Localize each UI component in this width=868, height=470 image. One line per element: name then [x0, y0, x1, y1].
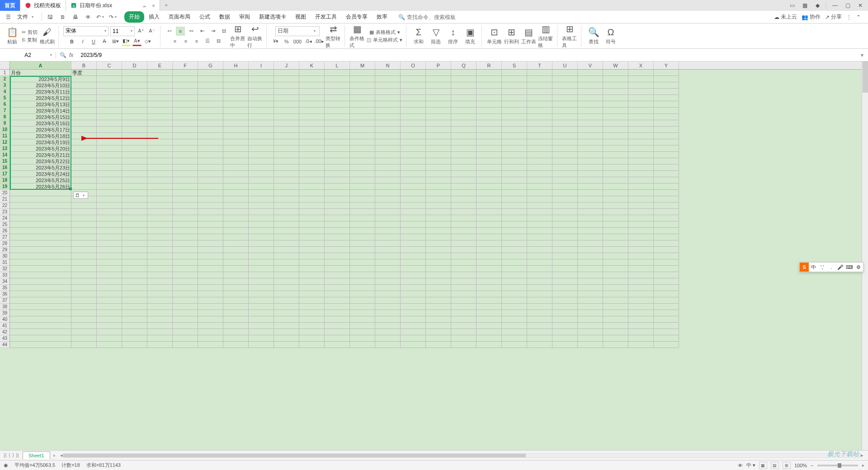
cell-O25[interactable]: [401, 221, 426, 228]
cell-I7[interactable]: [249, 108, 274, 114]
cell-Q42[interactable]: [451, 329, 476, 335]
cell-W23[interactable]: [603, 209, 628, 215]
ribbon-tab-6[interactable]: 新建选项卡: [255, 11, 291, 23]
cell-H26[interactable]: [223, 228, 249, 234]
cell-Q31[interactable]: [451, 259, 476, 266]
cell-L8[interactable]: [325, 114, 350, 120]
cell-C22[interactable]: [97, 202, 122, 209]
cell-G42[interactable]: [198, 329, 223, 335]
cell-W13[interactable]: [603, 146, 628, 152]
row-header-28[interactable]: 28: [0, 240, 10, 247]
cell-W44[interactable]: [603, 342, 628, 348]
cell-N16[interactable]: [375, 164, 401, 171]
sheet-nav-last[interactable]: ⟩|: [16, 452, 19, 458]
cell-H15[interactable]: [223, 158, 249, 164]
cell-F40[interactable]: [173, 316, 198, 323]
cell-U40[interactable]: [552, 316, 578, 323]
cell-F44[interactable]: [173, 342, 198, 348]
cell-O43[interactable]: [401, 335, 426, 342]
coop-button[interactable]: 👥协作: [802, 13, 821, 21]
cell-W14[interactable]: [603, 152, 628, 158]
cell-L40[interactable]: [325, 316, 350, 323]
cell-G22[interactable]: [198, 202, 223, 209]
cell-L37[interactable]: [325, 297, 350, 304]
cell-E20[interactable]: [147, 190, 173, 196]
cell-I34[interactable]: [249, 278, 274, 285]
cell-D12[interactable]: [122, 139, 147, 146]
cell-E12[interactable]: [147, 139, 173, 146]
cell-U33[interactable]: [552, 272, 578, 278]
cell-Y5[interactable]: [654, 95, 679, 101]
layout1-icon[interactable]: ▭: [788, 1, 796, 9]
cell-R24[interactable]: [476, 215, 502, 221]
cell-G21[interactable]: [198, 196, 223, 202]
dec-decrease-button[interactable]: .00▸: [315, 37, 324, 46]
cell-B34[interactable]: [71, 278, 97, 285]
cell-A13[interactable]: 2023年5月20日: [10, 146, 71, 152]
cell-Q24[interactable]: [451, 215, 476, 221]
cell-V25[interactable]: [578, 221, 603, 228]
cell-I25[interactable]: [249, 221, 274, 228]
cell-I13[interactable]: [249, 146, 274, 152]
cell-J13[interactable]: [274, 146, 299, 152]
cell-N2[interactable]: [375, 76, 401, 82]
cell-I33[interactable]: [249, 272, 274, 278]
cell-S35[interactable]: [502, 285, 527, 291]
row-header-41[interactable]: 41: [0, 323, 10, 329]
cell-I22[interactable]: [249, 202, 274, 209]
cell-P16[interactable]: [426, 164, 451, 171]
collapse-ribbon-icon[interactable]: ⌃: [856, 14, 861, 20]
row-header-17[interactable]: 17: [0, 171, 10, 177]
cell-H9[interactable]: [223, 120, 249, 127]
cell-I43[interactable]: [249, 335, 274, 342]
cell-X15[interactable]: [628, 158, 654, 164]
cell-A12[interactable]: 2023年5月19日: [10, 139, 71, 146]
font-color-button[interactable]: A▾: [132, 37, 142, 46]
cell-Q35[interactable]: [451, 285, 476, 291]
cell-J42[interactable]: [274, 329, 299, 335]
cell-W30[interactable]: [603, 253, 628, 259]
cell-C2[interactable]: [97, 76, 122, 82]
cell-V20[interactable]: [578, 190, 603, 196]
cell-E24[interactable]: [147, 215, 173, 221]
cell-W9[interactable]: [603, 120, 628, 127]
cell-D7[interactable]: [122, 108, 147, 114]
cell-T29[interactable]: [527, 247, 552, 253]
cell-J25[interactable]: [274, 221, 299, 228]
cell-O36[interactable]: [401, 291, 426, 297]
cell-L7[interactable]: [325, 108, 350, 114]
cell-E2[interactable]: [147, 76, 173, 82]
cell-G27[interactable]: [198, 234, 223, 240]
cell-O3[interactable]: [401, 82, 426, 89]
cell-N37[interactable]: [375, 297, 401, 304]
cell-S13[interactable]: [502, 146, 527, 152]
cell-D40[interactable]: [122, 316, 147, 323]
row-header-23[interactable]: 23: [0, 209, 10, 215]
cell-N20[interactable]: [375, 190, 401, 196]
cell-O9[interactable]: [401, 120, 426, 127]
cell-D27[interactable]: [122, 234, 147, 240]
cell-Q22[interactable]: [451, 202, 476, 209]
cell-M29[interactable]: [350, 247, 375, 253]
cell-J41[interactable]: [274, 323, 299, 329]
cell-D37[interactable]: [122, 297, 147, 304]
cell-L16[interactable]: [325, 164, 350, 171]
cell-R8[interactable]: [476, 114, 502, 120]
cell-T35[interactable]: [527, 285, 552, 291]
cell-C32[interactable]: [97, 266, 122, 272]
cell-H37[interactable]: [223, 297, 249, 304]
cell-Q33[interactable]: [451, 272, 476, 278]
cell-D19[interactable]: [122, 183, 147, 190]
row-header-27[interactable]: 27: [0, 234, 10, 240]
cell-G15[interactable]: [198, 158, 223, 164]
cell-J44[interactable]: [274, 342, 299, 348]
cell-H11[interactable]: [223, 133, 249, 139]
cell-F33[interactable]: [173, 272, 198, 278]
cell-L33[interactable]: [325, 272, 350, 278]
cell-H28[interactable]: [223, 240, 249, 247]
cell-D17[interactable]: [122, 171, 147, 177]
cell-C35[interactable]: [97, 285, 122, 291]
cell-E8[interactable]: [147, 114, 173, 120]
cell-K8[interactable]: [299, 114, 325, 120]
cell-W28[interactable]: [603, 240, 628, 247]
